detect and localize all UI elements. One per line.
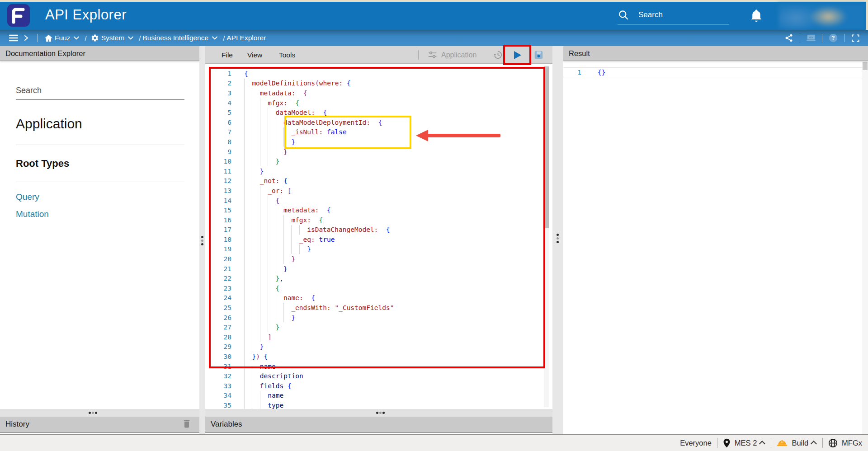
indent-guide bbox=[268, 205, 268, 215]
indent-guide bbox=[244, 293, 245, 303]
history-icon[interactable] bbox=[493, 50, 503, 62]
hamburger-menu-icon[interactable] bbox=[7, 33, 20, 43]
code-line-content: modelDefinitions(where: { bbox=[244, 79, 351, 89]
editor-scrollbar-thumb[interactable] bbox=[544, 66, 549, 228]
global-search-input[interactable]: Search bbox=[618, 5, 729, 24]
status-environment-selector[interactable]: Build bbox=[777, 439, 817, 447]
code-token: name bbox=[260, 363, 276, 370]
indent-guide bbox=[283, 244, 284, 254]
result-panel-splitter[interactable] bbox=[552, 46, 563, 434]
indent-guide bbox=[268, 273, 268, 283]
indent-guide bbox=[252, 381, 252, 391]
query-code-editor[interactable]: 1{2modelDefinitions(where: {3metadata: {… bbox=[205, 64, 552, 409]
indent-guide bbox=[276, 293, 276, 303]
expand-chevron-right-icon[interactable] bbox=[20, 33, 33, 43]
code-token: _not: bbox=[260, 177, 280, 184]
code-token: where: bbox=[319, 80, 343, 87]
indent-guide bbox=[244, 332, 245, 342]
line-number: 14 bbox=[205, 197, 231, 204]
indent-guide bbox=[244, 205, 245, 215]
indent-guide bbox=[268, 293, 268, 303]
indent-guide bbox=[260, 254, 260, 264]
run-query-play-button[interactable] bbox=[512, 50, 522, 62]
indent-guide bbox=[244, 215, 245, 225]
menu-view[interactable]: View bbox=[247, 46, 262, 64]
indent-guide bbox=[244, 264, 245, 274]
doc-link-query[interactable]: Query bbox=[16, 192, 39, 202]
code-line-content: mfgx: { bbox=[244, 215, 323, 225]
result-scrollbar[interactable] bbox=[862, 61, 868, 434]
gear-icon[interactable] bbox=[89, 33, 101, 43]
indent-guide bbox=[252, 88, 252, 98]
code-token: name bbox=[268, 392, 283, 399]
clear-history-trash-icon[interactable] bbox=[182, 418, 191, 431]
indent-guide bbox=[252, 156, 252, 166]
breadcrumb-item-business-intelligence[interactable]: Business Intelligence bbox=[143, 34, 209, 42]
line-number: 35 bbox=[205, 402, 231, 409]
result-scrollbar-thumb[interactable] bbox=[863, 62, 868, 70]
save-button[interactable] bbox=[534, 50, 543, 61]
code-token: } bbox=[283, 265, 288, 272]
code-line-content: }, bbox=[244, 273, 283, 283]
indent-guide bbox=[268, 313, 268, 323]
status-scope[interactable]: Everyone bbox=[680, 439, 712, 447]
indent-guide bbox=[260, 137, 260, 147]
variables-panel-splitter[interactable] bbox=[205, 409, 552, 417]
status-brand[interactable]: MFGx bbox=[828, 438, 862, 448]
status-site-selector[interactable]: MES 2 bbox=[723, 438, 766, 448]
breadcrumb-divider bbox=[37, 34, 38, 42]
indent-guide bbox=[276, 147, 276, 157]
code-line: 31name bbox=[205, 362, 552, 371]
indent-guide bbox=[268, 322, 268, 332]
help-icon[interactable]: ? bbox=[827, 33, 840, 43]
chevron-down-icon[interactable] bbox=[124, 33, 137, 43]
fuuz-logo[interactable] bbox=[7, 4, 30, 27]
splitter-handle-icon[interactable] bbox=[376, 412, 385, 414]
line-number: 1 bbox=[563, 69, 581, 76]
documentation-explorer-panel: Documentation Explorer Search Applicatio… bbox=[0, 46, 199, 434]
code-token: name: bbox=[283, 294, 303, 301]
indent-guide bbox=[252, 186, 252, 196]
indent-guide bbox=[268, 264, 268, 274]
doc-divider bbox=[16, 182, 184, 182]
dev-console-icon[interactable]: <> bbox=[805, 33, 817, 43]
indent-guide bbox=[283, 313, 284, 323]
menu-file[interactable]: File bbox=[222, 46, 233, 64]
indent-guide bbox=[268, 244, 268, 254]
chevron-down-icon[interactable] bbox=[70, 33, 83, 43]
splitter-handle-icon[interactable] bbox=[557, 234, 559, 243]
doc-link-mutation[interactable]: Mutation bbox=[16, 209, 49, 219]
code-line-content: } bbox=[244, 254, 295, 264]
home-icon[interactable] bbox=[42, 33, 55, 43]
breadcrumb-item-system[interactable]: System bbox=[101, 34, 125, 42]
share-icon[interactable] bbox=[783, 33, 795, 43]
fullscreen-icon[interactable] bbox=[849, 33, 862, 43]
doc-search-input[interactable]: Search bbox=[16, 86, 184, 100]
breadcrumb-item-fuuz[interactable]: Fuuz bbox=[55, 34, 70, 42]
breadcrumb-slash: / bbox=[85, 34, 86, 42]
code-token: true bbox=[319, 236, 335, 243]
code-line: 6dataModelDeploymentId: { bbox=[205, 117, 552, 127]
result-code-editor[interactable]: 1{} bbox=[563, 61, 868, 434]
code-token: "_CustomFields" bbox=[335, 304, 394, 311]
history-panel-splitter[interactable] bbox=[0, 409, 199, 417]
left-panel-splitter[interactable] bbox=[199, 46, 205, 434]
code-token: ] bbox=[268, 334, 272, 341]
splitter-handle-icon[interactable] bbox=[201, 236, 203, 245]
splitter-handle-icon[interactable] bbox=[89, 412, 97, 414]
user-avatar-blurred[interactable] bbox=[778, 4, 866, 30]
notifications-bell-icon[interactable] bbox=[750, 8, 763, 23]
code-token: } bbox=[291, 138, 295, 146]
code-token: mfgx: bbox=[268, 99, 288, 107]
indent-guide bbox=[252, 196, 252, 206]
line-number: 30 bbox=[205, 353, 231, 360]
editor-scrollbar[interactable] bbox=[544, 66, 549, 407]
indent-guide bbox=[252, 137, 252, 147]
context-selector[interactable]: Application bbox=[441, 46, 476, 64]
code-line-content: _isNull: false bbox=[244, 127, 347, 137]
indent-guide bbox=[244, 362, 245, 371]
menu-tools[interactable]: Tools bbox=[279, 46, 295, 64]
indent-guide bbox=[276, 117, 276, 127]
indent-guide bbox=[244, 176, 245, 186]
chevron-down-icon[interactable] bbox=[208, 33, 221, 43]
